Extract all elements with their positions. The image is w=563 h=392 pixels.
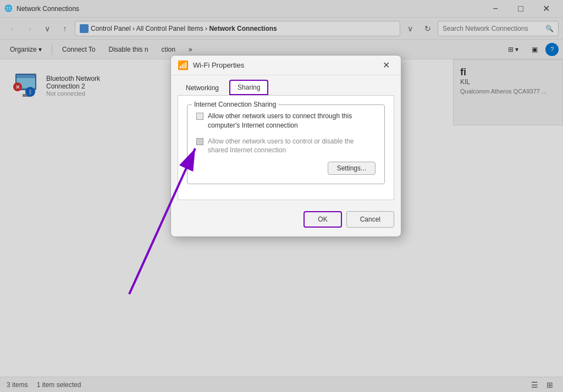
allow-connect-checkbox[interactable]: [196, 113, 203, 120]
cancel-button[interactable]: Cancel: [346, 211, 394, 228]
ok-button[interactable]: OK: [303, 211, 341, 228]
dialog-title: Wi-Fi Properties: [193, 61, 373, 69]
dialog-close-button[interactable]: ✕: [378, 59, 394, 72]
settings-button[interactable]: Settings...: [328, 162, 376, 175]
allow-control-label: Allow other network users to control or …: [208, 137, 376, 156]
checkbox-row-2: Allow other network users to control or …: [196, 137, 376, 156]
dialog-overlay: 📶 Wi-Fi Properties ✕ Networking Sharing …: [0, 0, 563, 392]
dialog-tabs: Networking Sharing: [171, 75, 401, 95]
checkbox-row-1: Allow other network users to connect thr…: [196, 112, 376, 130]
tab-sharing[interactable]: Sharing: [229, 80, 268, 95]
group-title: Internet Connection Sharing: [192, 101, 278, 108]
allow-connect-label: Allow other network users to connect thr…: [208, 112, 376, 130]
internet-sharing-group: Internet Connection Sharing Allow other …: [187, 104, 385, 184]
dialog-footer: OK Cancel: [171, 207, 401, 236]
dialog-content: Internet Connection Sharing Allow other …: [178, 95, 394, 200]
allow-control-checkbox: [196, 138, 203, 145]
tab-networking[interactable]: Networking: [178, 80, 227, 95]
dialog-title-bar: 📶 Wi-Fi Properties ✕: [171, 56, 401, 75]
dialog-icon: 📶: [178, 60, 189, 70]
wifi-properties-dialog: 📶 Wi-Fi Properties ✕ Networking Sharing …: [170, 55, 401, 237]
